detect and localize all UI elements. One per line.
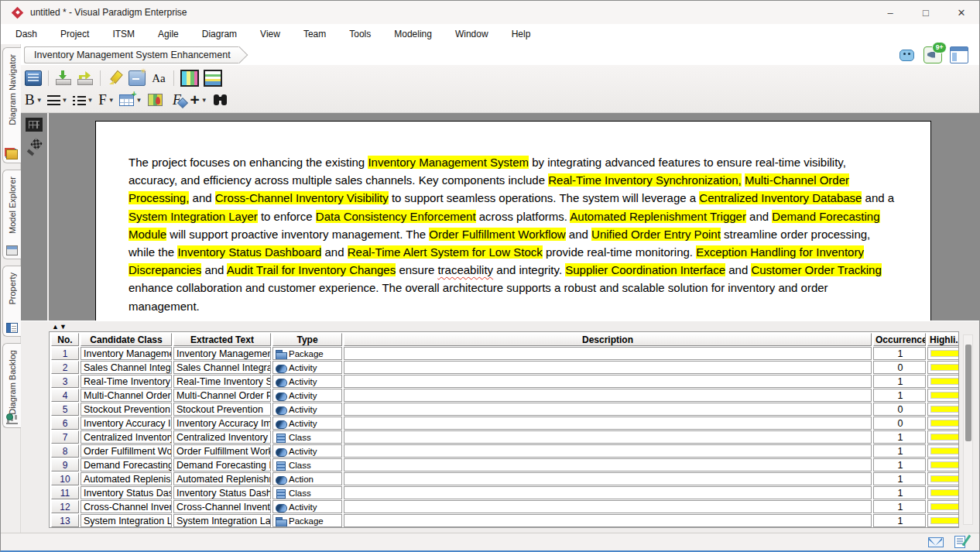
highlight-color-cell[interactable] bbox=[927, 500, 959, 513]
table-row[interactable]: 7Centralized Inventory DatabaseCentraliz… bbox=[51, 430, 959, 444]
row-number-cell[interactable]: 7 bbox=[51, 430, 79, 444]
insert-table-button[interactable]: ▼ bbox=[118, 90, 143, 110]
export-button[interactable] bbox=[75, 68, 95, 88]
extracted-text-cell[interactable]: Centralized Inventory Database bbox=[173, 430, 271, 444]
row-number-cell[interactable]: 9 bbox=[51, 458, 79, 471]
extracted-text-cell[interactable]: Automated Replenishment Trigger bbox=[173, 472, 271, 485]
row-number-cell[interactable]: 2 bbox=[51, 361, 79, 374]
text-analysis-document-button[interactable] bbox=[23, 68, 43, 88]
highlight-color-cell[interactable] bbox=[927, 472, 959, 485]
diagram-tab[interactable]: Inventory Management System Enhancement bbox=[24, 46, 238, 63]
menu-item-view[interactable]: View bbox=[248, 26, 292, 43]
menu-item-dash[interactable]: Dash bbox=[4, 26, 49, 43]
candidate-class-cell[interactable]: Stockout Prevention bbox=[81, 403, 172, 416]
highlight-color-cell[interactable] bbox=[927, 347, 959, 360]
type-cell[interactable]: Activity bbox=[272, 417, 342, 430]
maximize-button[interactable]: □ bbox=[908, 1, 944, 24]
type-cell[interactable]: Package bbox=[272, 347, 342, 360]
type-cell[interactable]: Activity bbox=[272, 403, 342, 416]
candidate-class-cell[interactable]: Demand Forecasting Module bbox=[81, 458, 172, 471]
table-row[interactable]: 6Inventory Accuracy ImprovementInventory… bbox=[51, 417, 959, 430]
description-cell[interactable] bbox=[344, 375, 872, 388]
add-candidate-button[interactable]: +▼ bbox=[188, 90, 208, 110]
table-row[interactable]: 4Multi-Channel Order ProcessingMulti-Cha… bbox=[51, 389, 959, 402]
edit-document-icon[interactable] bbox=[954, 536, 965, 548]
menu-item-help[interactable]: Help bbox=[500, 26, 543, 43]
column-header[interactable]: Occurrence bbox=[873, 333, 926, 346]
extracted-text-cell[interactable]: Inventory Accuracy Improvement bbox=[173, 417, 271, 430]
highlight-color-cell[interactable] bbox=[927, 444, 959, 458]
clear-highlight-button[interactable] bbox=[127, 68, 147, 88]
highlight-color-cell[interactable] bbox=[927, 403, 959, 416]
candidate-class-cell[interactable]: Inventory Accuracy Improvement bbox=[81, 417, 172, 430]
row-number-cell[interactable]: 1 bbox=[51, 347, 79, 360]
column-header[interactable]: Extracted Text bbox=[173, 333, 271, 346]
candidate-class-cell[interactable]: Cross-Channel Inventory Visibility bbox=[81, 500, 172, 513]
vertical-scrollbar[interactable] bbox=[963, 334, 973, 525]
extracted-text-cell[interactable]: Order Fulfillment Workflow bbox=[173, 444, 271, 458]
font-style-button[interactable]: Aa bbox=[149, 68, 169, 88]
import-button[interactable] bbox=[53, 68, 74, 88]
highlight-color-button[interactable] bbox=[145, 90, 165, 110]
close-button[interactable]: ✕ bbox=[944, 1, 979, 24]
generate-diagram-button[interactable] bbox=[179, 68, 200, 88]
extracted-text-cell[interactable]: Inventory Management System bbox=[173, 347, 271, 360]
column-header[interactable]: Description bbox=[344, 333, 872, 346]
minimize-button[interactable]: – bbox=[872, 1, 908, 24]
type-cell[interactable]: Activity bbox=[272, 389, 342, 402]
description-cell[interactable] bbox=[344, 361, 872, 374]
row-number-cell[interactable]: 6 bbox=[51, 417, 79, 430]
extracted-text-cell[interactable]: Multi-Channel Order Processing bbox=[173, 389, 271, 402]
menu-item-itsm[interactable]: ITSM bbox=[101, 26, 146, 43]
menu-item-tools[interactable]: Tools bbox=[338, 26, 382, 43]
menu-item-modeling[interactable]: Modeling bbox=[382, 26, 444, 43]
extracted-text-cell[interactable]: Demand Forecasting Module bbox=[173, 458, 271, 471]
description-cell[interactable] bbox=[344, 417, 872, 430]
occurrence-cell[interactable]: 1 bbox=[873, 430, 926, 444]
table-row[interactable]: 11Inventory Status DashboardInventory St… bbox=[51, 486, 959, 499]
description-cell[interactable] bbox=[344, 486, 872, 499]
message-icon[interactable] bbox=[928, 537, 944, 547]
table-row[interactable]: 8Order Fulfillment WorkflowOrder Fulfill… bbox=[51, 444, 959, 458]
column-header[interactable]: Highli... bbox=[927, 333, 959, 346]
menu-item-team[interactable]: Team bbox=[292, 26, 338, 43]
type-cell[interactable]: Action bbox=[272, 472, 342, 485]
table-row[interactable]: 9Demand Forecasting ModuleDemand Forecas… bbox=[51, 458, 959, 471]
scrollbar-thumb[interactable] bbox=[965, 345, 971, 441]
highlight-color-cell[interactable] bbox=[927, 458, 959, 471]
announcements-icon[interactable]: 9+ bbox=[923, 46, 942, 63]
font-button[interactable]: F▼ bbox=[96, 90, 116, 110]
extracted-text-cell[interactable]: Sales Channel Integration bbox=[173, 361, 271, 374]
type-cell[interactable]: Activity bbox=[272, 375, 342, 388]
occurrence-cell[interactable]: 1 bbox=[873, 486, 926, 499]
row-number-cell[interactable]: 5 bbox=[51, 403, 79, 416]
occurrence-cell[interactable]: 1 bbox=[873, 472, 926, 485]
occurrence-cell[interactable]: 1 bbox=[873, 444, 926, 458]
font-format-button[interactable]: F bbox=[166, 90, 187, 110]
occurrence-cell[interactable]: 1 bbox=[873, 458, 926, 471]
description-cell[interactable] bbox=[344, 403, 872, 416]
description-cell[interactable] bbox=[344, 347, 872, 360]
highlighter-stamp-icon[interactable] bbox=[26, 139, 42, 155]
list-button[interactable]: ▼ bbox=[71, 90, 95, 110]
type-cell[interactable]: Class bbox=[272, 430, 342, 444]
text-analysis-canvas[interactable]: The project focuses on enhancing the exi… bbox=[21, 113, 979, 321]
occurrence-cell[interactable]: 0 bbox=[873, 417, 926, 430]
description-cell[interactable] bbox=[344, 514, 872, 527]
description-cell[interactable] bbox=[344, 430, 872, 444]
extracted-text-cell[interactable]: Real-Time Inventory Synchronization bbox=[173, 375, 271, 388]
type-cell[interactable]: Class bbox=[272, 458, 342, 471]
row-number-cell[interactable]: 11 bbox=[51, 486, 79, 499]
highlight-color-cell[interactable] bbox=[927, 389, 959, 402]
occurrence-cell[interactable]: 0 bbox=[873, 403, 926, 416]
analysis-text[interactable]: The project focuses on enhancing the exi… bbox=[96, 122, 930, 315]
occurrence-cell[interactable]: 1 bbox=[873, 514, 926, 527]
type-cell[interactable]: Activity bbox=[272, 444, 342, 458]
type-cell[interactable]: Activity bbox=[272, 361, 342, 374]
table-row[interactable]: 1Inventory Management SystemInventory Ma… bbox=[51, 347, 959, 360]
alignment-button[interactable]: ▼ bbox=[46, 90, 70, 110]
row-number-cell[interactable]: 3 bbox=[51, 375, 79, 388]
highlight-color-cell[interactable] bbox=[927, 361, 959, 374]
row-number-cell[interactable]: 12 bbox=[51, 500, 79, 513]
table-row[interactable]: 2Sales Channel IntegrationSales Channel … bbox=[51, 361, 959, 374]
